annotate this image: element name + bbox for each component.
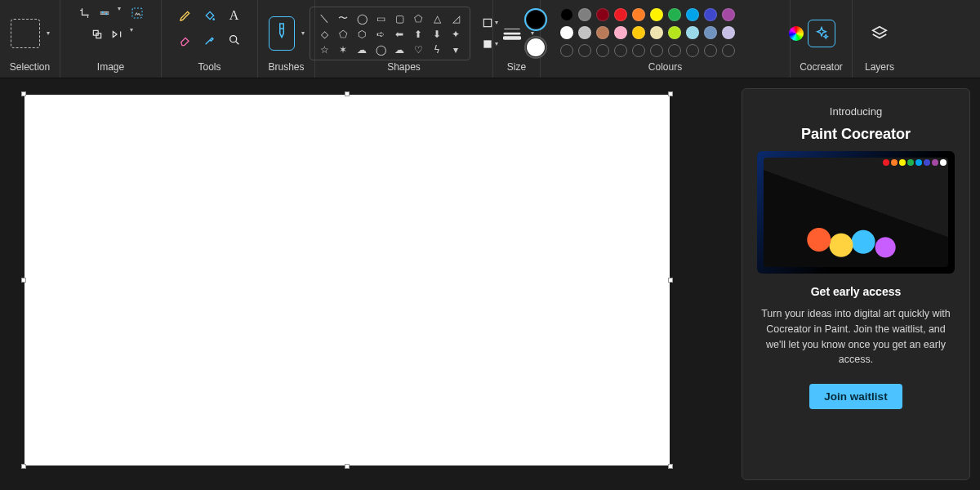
resize-handle-n[interactable] bbox=[345, 91, 350, 96]
join-waitlist-button[interactable]: Join waitlist bbox=[809, 384, 902, 409]
colour-swatch[interactable] bbox=[632, 8, 645, 21]
colour-swatch[interactable] bbox=[668, 26, 681, 39]
colour-swatch[interactable] bbox=[704, 44, 717, 57]
size-button[interactable] bbox=[500, 21, 524, 46]
group-label-tools: Tools bbox=[198, 61, 220, 74]
flip-icon[interactable] bbox=[109, 26, 125, 42]
group-cocreator: Cocreator bbox=[791, 0, 853, 78]
svg-rect-7 bbox=[483, 19, 491, 26]
rotate-icon[interactable] bbox=[89, 26, 105, 42]
cocreator-panel: Introducing Paint Cocreator Get early ac… bbox=[742, 88, 970, 480]
colour-swatch[interactable] bbox=[614, 26, 627, 39]
layers-button[interactable] bbox=[866, 20, 893, 47]
chevron-down-icon[interactable]: ▾ bbox=[301, 29, 305, 37]
eyedropper-icon[interactable] bbox=[199, 29, 220, 51]
svg-rect-8 bbox=[483, 40, 491, 47]
colour-swatch[interactable] bbox=[650, 26, 663, 39]
shape-4star-icon[interactable]: ✦ bbox=[448, 28, 463, 41]
shape-arrow-down-icon[interactable]: ⬇ bbox=[430, 28, 444, 41]
colour-swatch[interactable] bbox=[686, 44, 699, 57]
eraser-icon[interactable] bbox=[175, 29, 196, 51]
colour-swatch[interactable] bbox=[722, 8, 735, 21]
shape-diamond-icon[interactable]: ◇ bbox=[317, 28, 332, 41]
ai-select-icon[interactable] bbox=[129, 5, 145, 21]
shape-rect-icon[interactable]: ▭ bbox=[373, 12, 388, 25]
crop-icon[interactable] bbox=[77, 5, 93, 21]
shape-lightning-icon[interactable]: ϟ bbox=[430, 43, 444, 56]
group-label-colours: Colours bbox=[648, 61, 682, 74]
shape-polygon-icon[interactable]: ⬠ bbox=[411, 12, 425, 25]
brush-button[interactable] bbox=[269, 16, 295, 51]
resize-handle-ne[interactable] bbox=[668, 91, 673, 96]
shape-curve-icon[interactable]: 〜 bbox=[336, 12, 350, 25]
shape-roundrect-icon[interactable]: ▢ bbox=[392, 12, 407, 25]
resize-handle-se[interactable] bbox=[668, 464, 673, 469]
primary-colour[interactable] bbox=[524, 8, 547, 31]
shape-line-icon[interactable]: ＼ bbox=[317, 12, 332, 25]
panel-description: Turn your ideas into digital art quickly… bbox=[757, 306, 955, 368]
shape-more-icon[interactable]: ▾ bbox=[448, 43, 463, 56]
group-label-brushes: Brushes bbox=[268, 61, 304, 74]
shape-triangle-icon[interactable]: △ bbox=[430, 12, 444, 25]
shape-5star-icon[interactable]: ☆ bbox=[317, 43, 332, 56]
shape-pentagon-icon[interactable]: ⬠ bbox=[336, 28, 350, 41]
shape-heart-icon[interactable]: ♡ bbox=[411, 43, 425, 56]
colour-swatch[interactable] bbox=[704, 8, 717, 21]
colour-swatch[interactable] bbox=[686, 8, 699, 21]
resize-handle-nw[interactable] bbox=[21, 91, 26, 96]
colour-swatch[interactable] bbox=[704, 26, 717, 39]
colour-swatch[interactable] bbox=[614, 44, 627, 57]
colour-swatch[interactable] bbox=[668, 8, 681, 21]
shape-cloudcallout-icon[interactable]: ☁ bbox=[392, 43, 407, 56]
shape-arrow-up-icon[interactable]: ⬆ bbox=[411, 28, 425, 41]
shape-arrow-left-icon[interactable]: ⬅ bbox=[392, 28, 407, 41]
text-icon[interactable]: A bbox=[224, 5, 245, 26]
fill-icon[interactable] bbox=[199, 5, 220, 26]
colour-swatch[interactable] bbox=[668, 44, 681, 57]
group-layers: Layers bbox=[853, 0, 906, 78]
colour-swatch[interactable] bbox=[578, 8, 591, 21]
colour-swatch[interactable] bbox=[722, 44, 735, 57]
colour-swatch[interactable] bbox=[596, 26, 609, 39]
colour-swatch[interactable] bbox=[560, 44, 573, 57]
resize-icon[interactable] bbox=[96, 5, 113, 21]
colour-swatch[interactable] bbox=[650, 44, 663, 57]
chevron-down-icon[interactable]: ▾ bbox=[130, 26, 133, 42]
colour-swatch[interactable] bbox=[596, 44, 609, 57]
shape-right-triangle-icon[interactable]: ◿ bbox=[448, 12, 463, 25]
shape-arrow-right-icon[interactable]: ➪ bbox=[373, 28, 388, 41]
resize-handle-sw[interactable] bbox=[21, 464, 26, 469]
colour-swatch[interactable] bbox=[560, 8, 573, 21]
colour-swatch[interactable] bbox=[614, 8, 627, 21]
colour-swatch[interactable] bbox=[578, 44, 591, 57]
chevron-down-icon[interactable]: ▾ bbox=[118, 5, 121, 21]
magnifier-icon[interactable] bbox=[224, 29, 245, 51]
canvas-area bbox=[0, 78, 742, 490]
canvas[interactable] bbox=[24, 95, 670, 466]
colour-swatch[interactable] bbox=[686, 26, 699, 39]
shapes-gallery[interactable]: ＼ 〜 ◯ ▭ ▢ ⬠ △ ◿ ◇ ⬠ ⬡ ➪ ⬅ ⬆ ⬇ ✦ ☆ bbox=[310, 7, 470, 60]
secondary-colour[interactable] bbox=[524, 36, 547, 59]
colour-swatch[interactable] bbox=[722, 26, 735, 39]
selection-rect-icon[interactable] bbox=[11, 19, 40, 48]
shape-oval-icon[interactable]: ◯ bbox=[354, 12, 369, 25]
shape-6star-icon[interactable]: ✶ bbox=[336, 43, 350, 56]
panel-title: Paint Cocreator bbox=[801, 126, 911, 143]
colour-swatch[interactable] bbox=[650, 8, 663, 21]
resize-handle-e[interactable] bbox=[668, 278, 673, 283]
colour-swatch[interactable] bbox=[560, 26, 573, 39]
resize-handle-s[interactable] bbox=[345, 464, 350, 469]
pencil-icon[interactable] bbox=[175, 5, 196, 26]
colour-swatch[interactable] bbox=[632, 44, 645, 57]
colour-swatch[interactable] bbox=[578, 26, 591, 39]
shape-roundcallout-icon[interactable]: ☁ bbox=[354, 43, 369, 56]
shape-hexagon-icon[interactable]: ⬡ bbox=[354, 28, 369, 41]
colour-swatch[interactable] bbox=[596, 8, 609, 21]
svg-point-1 bbox=[105, 13, 107, 15]
resize-handle-w[interactable] bbox=[21, 278, 26, 283]
colour-swatch[interactable] bbox=[632, 26, 645, 39]
chevron-down-icon[interactable]: ▾ bbox=[47, 29, 50, 37]
group-tools: A Tools bbox=[162, 0, 258, 78]
cocreator-button[interactable] bbox=[808, 20, 835, 47]
shape-ovalcallout-icon[interactable]: ◯ bbox=[373, 43, 388, 56]
